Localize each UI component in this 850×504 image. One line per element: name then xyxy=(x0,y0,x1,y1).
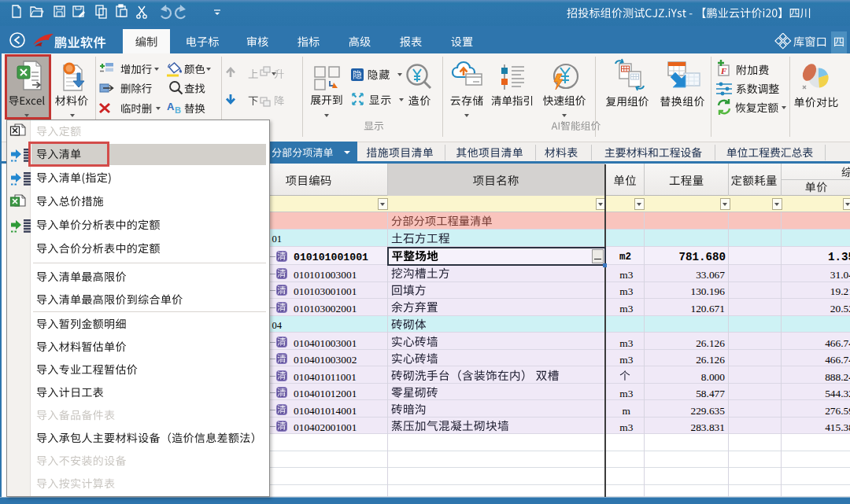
svg-text:A: A xyxy=(167,101,175,112)
svg-text:F: F xyxy=(720,66,727,75)
svg-text:B: B xyxy=(175,105,181,115)
